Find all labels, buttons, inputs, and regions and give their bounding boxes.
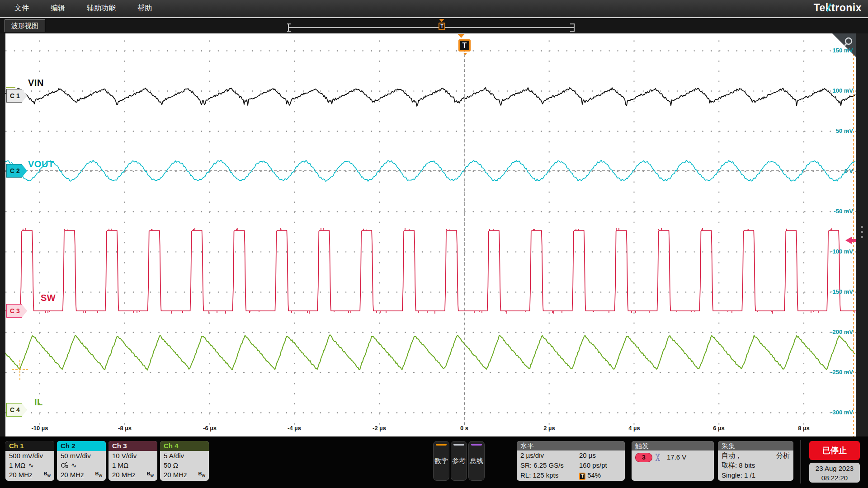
horizontal-scale: 2 µs/div: [520, 450, 544, 460]
time-tick: 4 µs: [628, 425, 640, 432]
bandwidth-limit-icon: BW: [95, 469, 102, 480]
ac-coupling-icon: ∿: [28, 460, 34, 470]
channel4-scale: 5 A/div: [164, 451, 184, 460]
scale-tick: -50 mV: [834, 208, 853, 215]
left-margin: [0, 33, 5, 436]
time-tick: 6 µs: [713, 425, 725, 432]
acquisition-single: Single: 1 /1: [722, 470, 755, 480]
trace-label-sw: SW: [41, 293, 56, 303]
time-tick: 2 µs: [543, 425, 555, 432]
time-tick: -8 µs: [118, 425, 132, 432]
tab-waveform-view[interactable]: 波形视图: [5, 19, 45, 32]
time-tick: -6 µs: [203, 425, 217, 432]
channel2-scale: 50 mV/div: [61, 451, 91, 460]
bus-label: 总线: [470, 457, 483, 465]
edge-trigger-icon: [655, 453, 664, 462]
ac-coupling-icon: ∿: [71, 460, 77, 470]
math-color-bar: [436, 444, 447, 446]
probe-icon: [61, 462, 68, 469]
trace-label-il: IL: [34, 397, 43, 408]
scale-tick: -300 mV: [830, 409, 853, 416]
channel4-impedance: 50 Ω: [164, 460, 178, 470]
brand-k: k: [826, 2, 831, 14]
ref-color-bar: [453, 444, 464, 446]
waveform-canvas: [5, 33, 856, 436]
scale-tick: 0 V: [844, 168, 853, 174]
scale-tick: -250 mV: [830, 369, 853, 375]
trigger-flag-tail-icon: [463, 53, 467, 55]
math-label: 数学: [434, 457, 448, 465]
channel1-badge-title: Ch 1: [5, 441, 54, 451]
waveform-plot[interactable]: T C 1 C 2 C 3 C 4 VIN VOUT SW IL -10 µs-…: [5, 33, 856, 436]
time-tick: -4 µs: [288, 425, 301, 432]
acquisition-sample: 取样: 8 bits: [722, 460, 755, 470]
menu-utility[interactable]: 辅助功能: [87, 4, 116, 13]
scale-tick: 100 mV: [832, 87, 853, 94]
channel4-badge[interactable]: Ch 4 5 A/div 50 Ω 20 MHz BW: [160, 441, 209, 481]
horizontal-panel[interactable]: 水平 2 µs/div 20 µs SR: 6.25 GS/s 160 ps/p…: [517, 441, 625, 481]
trigger-title: 触发: [632, 441, 714, 450]
channel2-badge[interactable]: Ch 2 50 mV/div ∿ 20 MHz BW: [57, 441, 106, 481]
acquisition-analysis: 分析: [776, 450, 790, 460]
acquisition-panel[interactable]: 采集 自动， 分析 取样: 8 bits Single: 1 /1: [718, 441, 793, 481]
menu-bar: 文件 编辑 辅助功能 帮助 Tektronix: [0, 0, 868, 17]
scale-tick: -200 mV: [830, 328, 853, 335]
trigger-panel[interactable]: 触发 3 17.6 V: [632, 441, 714, 481]
tektronix-logo: Tektronix: [814, 2, 862, 14]
bus-color-bar: [471, 444, 482, 446]
time-tick: 8 µs: [798, 425, 810, 432]
time-label: 08:22:20: [809, 473, 860, 483]
channel3-scale: 10 V/div: [112, 451, 137, 460]
record-trigger-flag-icon[interactable]: T: [439, 23, 445, 30]
time-tick: -2 µs: [373, 425, 386, 432]
tab-bar: 波形视图 T: [0, 18, 868, 33]
oscilloscope-app: 文件 编辑 辅助功能 帮助 Tektronix 波形视图 T T C 1 C 2…: [0, 0, 868, 488]
channel3-badge-title: Ch 3: [108, 441, 157, 451]
datetime-badge: 23 Aug 2023 08:22:20: [809, 463, 860, 483]
stop-button[interactable]: 已停止: [809, 441, 860, 460]
channel1-bandwidth: 20 MHz: [9, 470, 33, 479]
channel4-bandwidth: 20 MHz: [164, 470, 187, 479]
channel1-scale: 500 mV/div: [9, 451, 43, 460]
ref-button[interactable]: 参考: [451, 441, 467, 481]
scale-tick: -150 mV: [830, 288, 853, 295]
horizontal-window: 20 µs: [579, 450, 596, 460]
brand-pre: Te: [814, 2, 826, 14]
menu-help[interactable]: 帮助: [137, 4, 152, 13]
acquisition-mode: 自动，: [722, 450, 742, 460]
bus-button[interactable]: 总线: [468, 441, 485, 481]
trigger-position-caret-icon: [458, 34, 465, 38]
bandwidth-limit-icon: BW: [146, 469, 154, 480]
bandwidth-limit-icon: BW: [43, 469, 51, 480]
trace-label-vin: VIN: [28, 78, 44, 88]
record-trigger-caret-icon: [439, 19, 444, 22]
trigger-position-flag-icon[interactable]: T: [458, 39, 471, 52]
bandwidth-limit-icon: BW: [198, 469, 205, 480]
record-view-bar[interactable]: [288, 23, 575, 32]
channel2-bandwidth: 20 MHz: [61, 470, 84, 479]
channel1-impedance: 1 MΩ: [9, 460, 25, 470]
time-tick: -10 µs: [31, 425, 48, 432]
scale-tick: -100 mV: [830, 248, 853, 255]
sample-rate: SR: 6.25 GS/s: [520, 460, 564, 470]
channel2-badge-title: Ch 2: [57, 441, 106, 451]
record-view-right-bracket: [570, 23, 574, 32]
trace-label-vout: VOUT: [28, 159, 54, 169]
time-tick: 0 s: [460, 425, 468, 432]
trigger-source-badge: 3: [635, 453, 652, 462]
channel3-badge[interactable]: Ch 3 10 V/div 1 MΩ 20 MHz BW: [108, 441, 157, 481]
bottom-bar: Ch 1 500 mV/div 1 MΩ ∿ 20 MHz BW Ch 2 50…: [0, 436, 868, 488]
channel1-badge[interactable]: Ch 1 500 mV/div 1 MΩ ∿ 20 MHz BW: [5, 441, 54, 481]
horizontal-title: 水平: [517, 441, 625, 450]
menu-edit[interactable]: 编辑: [51, 4, 65, 13]
math-button[interactable]: 数学: [433, 441, 449, 481]
trigger-position-percent: T 54%: [579, 470, 601, 480]
scale-tick: 50 mV: [836, 127, 853, 134]
drag-grip-icon[interactable]: [856, 223, 868, 241]
scale-tick: 150 mV: [832, 47, 853, 54]
trigger-level: 17.6 V: [667, 450, 686, 464]
menu-file[interactable]: 文件: [14, 4, 29, 13]
channel4-badge-title: Ch 4: [160, 441, 209, 451]
right-strip: [856, 33, 868, 436]
acquisition-title: 采集: [718, 441, 793, 450]
